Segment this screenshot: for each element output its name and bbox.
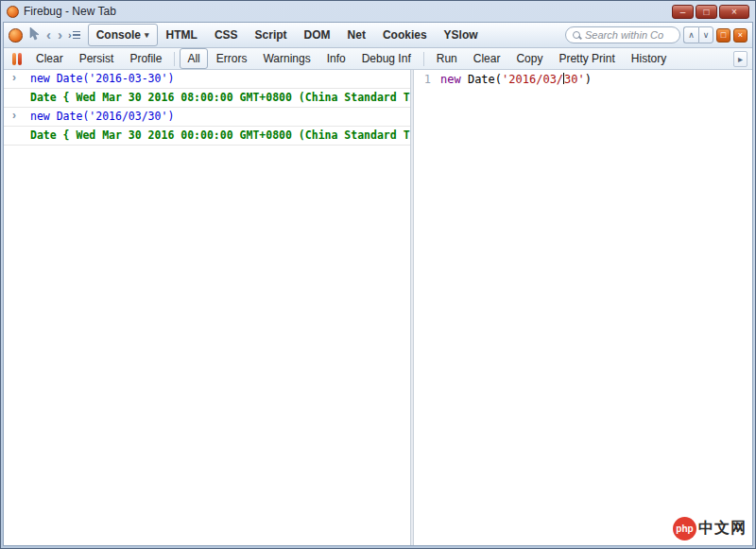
clear-button[interactable]: Clear: [28, 48, 71, 69]
console-toolbar: Clear Persist Profile All Errors Warning…: [4, 48, 752, 70]
search-input[interactable]: [585, 29, 673, 41]
string-token: '2016/03/: [502, 73, 563, 86]
tab-console[interactable]: Console ▾: [88, 24, 158, 46]
console-output-panel: › new Date('2016-03-30') Date { Wed Mar …: [4, 70, 410, 545]
toolbar-separator: [174, 52, 175, 66]
toolbar-separator: [423, 52, 424, 66]
line-number: 1: [424, 73, 431, 86]
profile-button[interactable]: Profile: [122, 48, 169, 69]
inspect-pointer-svg: [28, 27, 41, 41]
filter-all-button[interactable]: All: [180, 48, 207, 69]
tab-net[interactable]: Net: [339, 24, 374, 46]
close-button[interactable]: ×: [719, 5, 749, 19]
search-icon: [573, 31, 581, 40]
inspect-icon[interactable]: [27, 27, 41, 43]
back-icon[interactable]: ‹: [45, 28, 52, 42]
console-result-row[interactable]: Date { Wed Mar 30 2016 00:00:00 GMT+0800…: [4, 127, 410, 146]
maximize-button[interactable]: □: [696, 5, 717, 19]
search-prev-button[interactable]: ∧: [683, 26, 698, 43]
tab-cookies[interactable]: Cookies: [374, 24, 436, 46]
command-editor-icon[interactable]: ›: [68, 29, 80, 42]
line-number-gutter: 1: [414, 70, 437, 545]
clear-editor-button[interactable]: Clear: [466, 48, 508, 69]
filter-debug-info-button[interactable]: Debug Inf: [354, 48, 419, 69]
tab-dom[interactable]: DOM: [296, 24, 339, 46]
console-command-row[interactable]: › new Date('2016-03-30'): [4, 70, 410, 89]
search-next-button[interactable]: ∨: [698, 26, 713, 43]
search-nav-buttons: ∧ ∨: [683, 26, 713, 43]
command-editor-lines: [73, 29, 80, 42]
console-result-row[interactable]: Date { Wed Mar 30 2016 08:00:00 GMT+0800…: [4, 89, 410, 108]
firebug-menu-icon[interactable]: [9, 28, 23, 43]
function-token: Date: [468, 73, 495, 86]
chevron-down-icon: ▾: [145, 30, 149, 40]
command-editor-panel[interactable]: 1 new Date('2016/03/30'): [414, 70, 752, 545]
command-text: new Date('2016-03-30'): [30, 72, 174, 85]
tab-css[interactable]: CSS: [206, 24, 247, 46]
toolbar-overflow-button[interactable]: ▸: [733, 51, 747, 67]
code-editor[interactable]: new Date('2016/03/30'): [437, 70, 752, 545]
window-title: Firebug - New Tab: [24, 5, 116, 18]
copy-button[interactable]: Copy: [508, 48, 550, 69]
firebug-window: Firebug - New Tab – □ × ‹ › › Cons: [0, 0, 756, 549]
firebug-app-icon: [7, 6, 19, 18]
tab-script[interactable]: Script: [247, 24, 296, 46]
panel-tabs: Console ▾ HTML CSS Script DOM Net Cookie…: [88, 24, 487, 46]
content-area: › new Date('2016-03-30') Date { Wed Mar …: [4, 70, 752, 545]
minimize-button[interactable]: –: [672, 5, 694, 19]
filter-errors-button[interactable]: Errors: [209, 48, 255, 69]
break-on-errors-icon[interactable]: [10, 53, 23, 65]
run-button[interactable]: Run: [429, 48, 465, 69]
filter-warnings-button[interactable]: Warnings: [255, 48, 318, 69]
forward-icon[interactable]: ›: [57, 28, 63, 42]
titlebar: Firebug - New Tab – □ ×: [3, 3, 753, 22]
tab-html[interactable]: HTML: [158, 24, 206, 46]
history-button[interactable]: History: [624, 48, 674, 69]
result-text: Date { Wed Mar 30 2016 00:00:00 GMT+0800…: [30, 129, 410, 142]
php-cn-watermark: php 中文网: [673, 517, 747, 540]
expand-twisty-icon[interactable]: ›: [12, 109, 16, 123]
firebug-detach-button[interactable]: □: [716, 28, 730, 43]
keyword-token: new: [440, 73, 461, 86]
string-token: 30': [564, 73, 585, 86]
result-text: Date { Wed Mar 30 2016 08:00:00 GMT+0800…: [30, 91, 410, 104]
tab-yslow[interactable]: YSlow: [436, 24, 487, 46]
filter-info-button[interactable]: Info: [319, 48, 353, 69]
firebug-app-frame: ‹ › › Console ▾ HTML CSS Script DOM Net …: [3, 22, 753, 546]
expand-twisty-icon[interactable]: ›: [12, 71, 16, 85]
firebug-close-button[interactable]: ×: [733, 28, 747, 43]
pretty-print-button[interactable]: Pretty Print: [551, 48, 622, 69]
main-toolbar: ‹ › › Console ▾ HTML CSS Script DOM Net …: [4, 23, 752, 48]
window-controls: – □ ×: [672, 5, 749, 19]
search-area: ∧ ∨ □ ×: [565, 26, 747, 43]
search-box[interactable]: [565, 26, 680, 43]
console-command-row[interactable]: › new Date('2016/03/30'): [4, 108, 410, 127]
persist-button[interactable]: Persist: [72, 48, 122, 69]
watermark-text: 中文网: [698, 519, 747, 539]
php-logo-icon: php: [673, 517, 696, 540]
command-text: new Date('2016/03/30'): [30, 110, 174, 123]
